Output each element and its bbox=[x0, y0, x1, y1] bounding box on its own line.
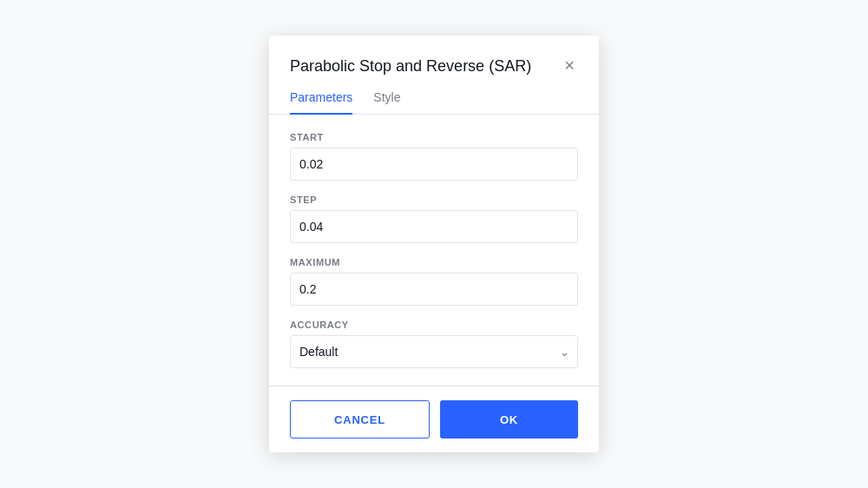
cancel-button[interactable]: CANCEL bbox=[290, 400, 430, 439]
maximum-input[interactable] bbox=[290, 273, 578, 306]
dialog-footer: CANCEL OK bbox=[269, 386, 599, 452]
accuracy-select[interactable]: Default 1 2 3 4 5 bbox=[290, 335, 578, 368]
step-field-group: STEP bbox=[290, 195, 578, 243]
dialog: Parabolic Stop and Reverse (SAR) × Param… bbox=[269, 36, 599, 452]
accuracy-field-group: ACCURACY Default 1 2 3 4 5 ⌄ bbox=[290, 320, 578, 368]
dialog-header: Parabolic Stop and Reverse (SAR) × bbox=[269, 36, 599, 76]
modal-overlay: Parabolic Stop and Reverse (SAR) × Param… bbox=[0, 0, 868, 488]
ok-button[interactable]: OK bbox=[440, 400, 578, 439]
start-input[interactable] bbox=[290, 148, 578, 181]
step-label: STEP bbox=[290, 195, 578, 205]
accuracy-label: ACCURACY bbox=[290, 320, 578, 330]
tabs-bar: Parameters Style bbox=[269, 90, 599, 115]
accuracy-select-wrapper: Default 1 2 3 4 5 ⌄ bbox=[290, 335, 578, 368]
dialog-body: START STEP MAXIMUM ACCURACY Default 1 2 bbox=[269, 115, 599, 368]
tab-style[interactable]: Style bbox=[373, 90, 400, 115]
maximum-label: MAXIMUM bbox=[290, 257, 578, 267]
tab-parameters[interactable]: Parameters bbox=[290, 90, 352, 115]
close-button[interactable]: × bbox=[561, 55, 578, 76]
start-field-group: START bbox=[290, 132, 578, 181]
maximum-field-group: MAXIMUM bbox=[290, 257, 578, 306]
step-input[interactable] bbox=[290, 210, 578, 243]
dialog-title: Parabolic Stop and Reverse (SAR) bbox=[290, 56, 531, 76]
start-label: START bbox=[290, 132, 578, 142]
